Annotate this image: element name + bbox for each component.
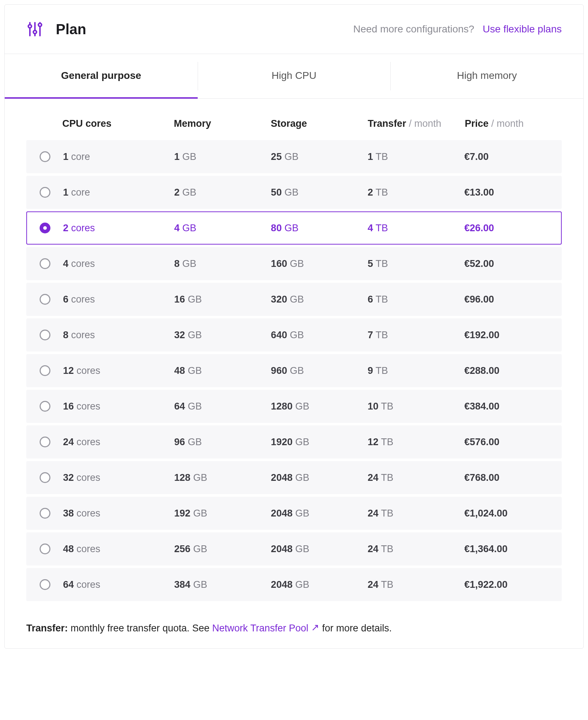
- svg-point-5: [39, 23, 42, 27]
- storage-cell-value: 640: [271, 330, 287, 340]
- memory-cell-value: 48: [174, 365, 185, 376]
- transfer-cell-value: 12: [368, 437, 378, 447]
- memory-cell-unit: GB: [188, 437, 202, 447]
- plan-radio[interactable]: [40, 330, 50, 340]
- memory-cell-value: 192: [174, 508, 190, 519]
- plan-row[interactable]: 38 cores192 GB2048 GB24 TB€1,024.00: [26, 497, 562, 530]
- cpu-cell-value: 4: [63, 258, 68, 269]
- transfer-cell: 24 TB: [368, 462, 464, 493]
- plan-row[interactable]: 12 cores48 GB960 GB9 TB€288.00: [26, 354, 562, 387]
- flexible-plans-link[interactable]: Use flexible plans: [483, 23, 562, 35]
- tab-high-memory[interactable]: High memory: [390, 54, 583, 99]
- cpu-cell-unit: cores: [71, 223, 95, 233]
- storage-cell-unit: GB: [284, 187, 299, 198]
- storage-cell-unit: GB: [295, 437, 309, 447]
- plan-row[interactable]: 4 cores8 GB160 GB5 TB€52.00: [26, 247, 562, 280]
- storage-cell: 2048 GB: [271, 533, 368, 565]
- price-value: €52.00: [464, 258, 494, 269]
- memory-cell: 128 GB: [174, 462, 271, 493]
- storage-cell-unit: GB: [290, 294, 304, 305]
- storage-cell-value: 2048: [271, 544, 292, 554]
- plan-radio[interactable]: [40, 401, 50, 412]
- network-transfer-pool-link[interactable]: Network Transfer Pool ↗: [212, 623, 319, 634]
- storage-cell-unit: GB: [295, 544, 309, 554]
- plan-row[interactable]: 64 cores384 GB2048 GB24 TB€1,922.00: [26, 568, 562, 601]
- memory-cell: 1 GB: [174, 141, 271, 173]
- panel-title: Plan: [56, 21, 86, 37]
- cpu-cell-value: 38: [63, 508, 74, 519]
- plan-radio[interactable]: [40, 151, 50, 162]
- plan-radio[interactable]: [40, 508, 50, 519]
- memory-cell-value: 256: [174, 544, 190, 554]
- storage-cell-unit: GB: [290, 330, 304, 340]
- plan-radio[interactable]: [40, 294, 50, 305]
- config-prompt: Need more configurations?: [353, 23, 474, 35]
- plan-row[interactable]: 2 cores4 GB80 GB4 TB€26.00: [26, 211, 562, 245]
- transfer-cell: 1 TB: [368, 141, 464, 173]
- cpu-cell-unit: cores: [77, 472, 100, 483]
- cpu-cell: 38 cores: [63, 498, 174, 529]
- transfer-cell-unit: TB: [381, 472, 394, 483]
- price-cell: €192.00: [464, 319, 561, 351]
- external-link-icon: ↗: [311, 622, 319, 633]
- storage-cell-value: 2048: [271, 508, 292, 519]
- transfer-cell-value: 5: [368, 258, 373, 269]
- tab-high-cpu[interactable]: High CPU: [198, 54, 391, 99]
- storage-cell-unit: GB: [295, 508, 309, 519]
- cpu-cell: 1 core: [63, 141, 174, 173]
- memory-cell: 8 GB: [174, 248, 271, 279]
- col-transfer-suffix: / month: [406, 118, 441, 129]
- transfer-cell: 24 TB: [368, 533, 464, 565]
- plan-row[interactable]: 1 core2 GB50 GB2 TB€13.00: [26, 176, 562, 209]
- transfer-footnote: Transfer: monthly free transfer quota. S…: [5, 614, 583, 648]
- plan-radio[interactable]: [40, 437, 50, 447]
- panel-header-right: Need more configurations? Use flexible p…: [353, 23, 562, 35]
- memory-cell: 256 GB: [174, 533, 271, 565]
- price-cell: €384.00: [464, 391, 561, 422]
- plan-row[interactable]: 1 core1 GB25 GB1 TB€7.00: [26, 140, 562, 173]
- transfer-cell: 2 TB: [368, 177, 464, 208]
- cpu-cell-value: 12: [63, 365, 74, 376]
- plan-row[interactable]: 32 cores128 GB2048 GB24 TB€768.00: [26, 461, 562, 494]
- cpu-cell: 8 cores: [63, 319, 174, 351]
- tab-general-purpose[interactable]: General purpose: [5, 54, 198, 99]
- footnote-text-before: monthly free transfer quota. See: [68, 623, 212, 634]
- memory-cell: 192 GB: [174, 498, 271, 529]
- transfer-cell-value: 24: [368, 579, 378, 590]
- storage-cell: 160 GB: [271, 248, 368, 279]
- price-cell: €576.00: [464, 426, 561, 458]
- plan-radio[interactable]: [40, 223, 50, 233]
- cpu-cell-value: 24: [63, 437, 74, 447]
- storage-cell-value: 50: [271, 187, 282, 198]
- plan-radio[interactable]: [40, 544, 50, 554]
- cpu-cell-unit: cores: [71, 330, 95, 340]
- storage-cell: 960 GB: [271, 355, 368, 386]
- plan-radio[interactable]: [40, 365, 50, 376]
- plan-row[interactable]: 48 cores256 GB2048 GB24 TB€1,364.00: [26, 532, 562, 565]
- plan-radio[interactable]: [40, 472, 50, 483]
- price-value: €768.00: [464, 472, 499, 483]
- plan-row[interactable]: 6 cores16 GB320 GB6 TB€96.00: [26, 283, 562, 316]
- plan-radio[interactable]: [40, 187, 50, 198]
- plan-radio[interactable]: [40, 258, 50, 269]
- cpu-cell-unit: core: [71, 151, 90, 162]
- storage-cell-value: 960: [271, 365, 287, 376]
- price-cell: €1,922.00: [464, 569, 561, 600]
- plan-row[interactable]: 24 cores96 GB1920 GB12 TB€576.00: [26, 425, 562, 459]
- transfer-cell-unit: TB: [376, 294, 388, 305]
- cpu-cell-value: 6: [63, 294, 68, 305]
- transfer-cell-unit: TB: [381, 401, 394, 412]
- plan-table: CPU cores Memory Storage Transfer / mont…: [5, 99, 583, 614]
- memory-cell: 384 GB: [174, 569, 271, 600]
- price-cell: €1,024.00: [464, 498, 561, 529]
- cpu-cell: 12 cores: [63, 355, 174, 386]
- plan-row[interactable]: 16 cores64 GB1280 GB10 TB€384.00: [26, 390, 562, 423]
- transfer-cell-unit: TB: [381, 508, 394, 519]
- transfer-cell: 7 TB: [368, 319, 464, 351]
- plan-row[interactable]: 8 cores32 GB640 GB7 TB€192.00: [26, 318, 562, 352]
- transfer-cell: 4 TB: [368, 213, 464, 244]
- transfer-cell-value: 24: [368, 472, 378, 483]
- footnote-label: Transfer:: [26, 623, 68, 634]
- storage-cell: 2048 GB: [271, 462, 368, 493]
- plan-radio[interactable]: [40, 579, 50, 590]
